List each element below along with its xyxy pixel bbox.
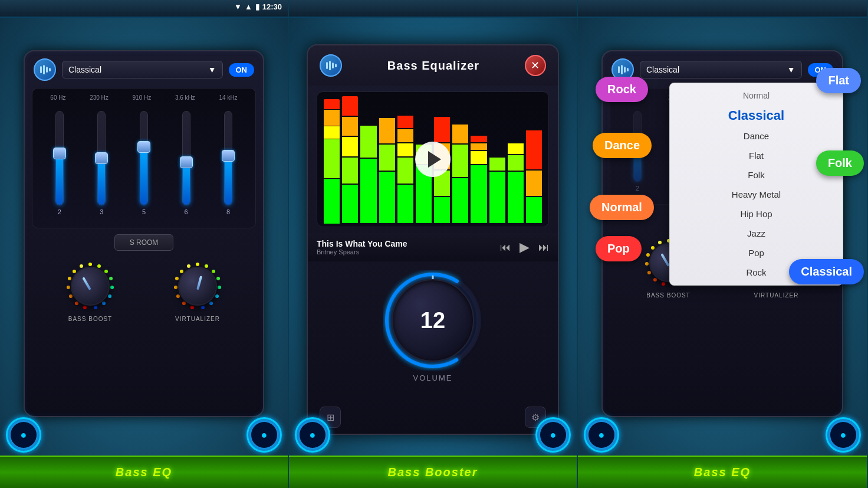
dropdown-item-hiphop[interactable]: Hip Hop — [670, 204, 843, 224]
bass-eq-bottom-controls: ⊞ ⚙ — [308, 407, 558, 428]
preset-dropdown-left[interactable]: Classical ▼ — [62, 61, 223, 78]
bubble-flat[interactable]: Flat — [816, 68, 861, 93]
play-icon — [428, 151, 441, 168]
svg-rect-44 — [627, 68, 629, 71]
volume-label: VOLUME — [413, 374, 453, 382]
svg-rect-43 — [624, 67, 626, 73]
svg-point-20 — [205, 264, 208, 268]
track-artist: Britney Spears — [317, 248, 500, 256]
slider-track-2[interactable] — [97, 111, 106, 205]
slider-value-3: 5 — [142, 208, 146, 215]
eq-header-left: Classical ▼ ON — [25, 51, 263, 88]
svg-point-54 — [653, 278, 657, 281]
svg-rect-42 — [621, 65, 623, 74]
status-bar-left: ▼ ▲ ▮ 12:30 — [0, 0, 289, 14]
svg-rect-1 — [43, 65, 45, 74]
dropdown-item-normal[interactable]: Normal — [670, 86, 843, 105]
preset-label-right: Classical — [646, 65, 679, 74]
svg-point-55 — [647, 271, 651, 274]
eq-toggle-left[interactable]: ON — [229, 63, 255, 77]
svg-rect-36 — [332, 63, 334, 68]
prev-button[interactable]: ⏮ — [500, 241, 511, 254]
bubble-folk[interactable]: Folk — [816, 150, 864, 176]
bottom-bar-right: Bass EQ — [578, 456, 867, 488]
visualizer — [317, 91, 549, 227]
svg-point-7 — [109, 277, 113, 280]
svg-point-29 — [176, 294, 180, 298]
svg-point-26 — [201, 306, 205, 309]
svg-point-31 — [175, 277, 179, 280]
svg-rect-3 — [49, 68, 51, 71]
eq-display-left: 60 Hz 230 Hz 910 Hz 3.6 kHz 14 kHz 2 — [32, 88, 256, 228]
bubble-pop[interactable]: Pop — [596, 236, 642, 261]
battery-icon-left: ▮ — [255, 2, 259, 11]
volume-knob[interactable]: 12 — [383, 270, 483, 371]
volume-section: 12 VOLUME — [308, 261, 558, 391]
slider-value-5: 8 — [226, 208, 230, 215]
slider-track-1[interactable] — [55, 111, 64, 205]
eq-icon-button-center[interactable] — [320, 54, 342, 77]
slider-group-2: 3 — [97, 111, 106, 215]
svg-point-27 — [190, 306, 194, 309]
bubble-rock[interactable]: Rock — [596, 77, 648, 102]
slider-value-2: 3 — [100, 208, 103, 215]
slider-value-4: 6 — [185, 208, 188, 215]
svg-point-8 — [110, 286, 114, 289]
dropdown-arrow-right: ▼ — [787, 65, 795, 74]
bottom-bar-center: Bass Booster — [289, 456, 577, 488]
slider-group-5: 8 — [224, 111, 232, 215]
play-pause-button[interactable]: ▶ — [520, 240, 530, 255]
bubble-normal[interactable]: Normal — [590, 195, 654, 220]
slider-track-3[interactable] — [140, 111, 148, 205]
preset-dropdown-menu[interactable]: Normal Classical Dance Flat Folk Heavy M… — [669, 83, 843, 286]
bottom-bar-left: Bass EQ — [0, 456, 288, 488]
dropdown-item-jazz[interactable]: Jazz — [670, 224, 843, 243]
svg-point-12 — [83, 306, 87, 309]
sroom-button-left[interactable]: S ROOM — [114, 234, 173, 251]
bass-boost-knob-left: BASS BOOST — [37, 260, 144, 322]
dropdown-item-heavymetal[interactable]: Heavy Metal — [670, 185, 843, 204]
svg-point-22 — [216, 277, 220, 280]
signal-icon-left: ▲ — [245, 2, 252, 11]
slider-group-3: 5 — [140, 111, 148, 215]
slider-group-4: 6 — [182, 111, 190, 215]
slider-track-5[interactable] — [224, 111, 232, 205]
track-controls: ⏮ ▶ ⏭ — [500, 240, 549, 255]
eq-device-left: Classical ▼ ON 60 Hz 230 Hz 910 Hz 3.6 k… — [24, 50, 264, 417]
play-button[interactable] — [415, 142, 451, 177]
preset-label-left: Classical — [68, 65, 101, 74]
bass-eq-header: Bass Equalizer ✕ — [308, 45, 558, 86]
panel-bass-equalizer: ▼ ▲ ▮ 12:30 Bass Equalizer ✕ — [289, 0, 578, 488]
svg-rect-0 — [40, 66, 42, 73]
track-details: This Is What You Came Britney Spears — [317, 239, 500, 256]
bubble-dance[interactable]: Dance — [593, 133, 652, 158]
dropdown-arrow-left: ▼ — [208, 65, 216, 74]
svg-point-19 — [196, 263, 199, 266]
svg-rect-41 — [618, 66, 620, 73]
svg-rect-37 — [335, 64, 337, 67]
svg-point-16 — [68, 277, 71, 280]
volume-number: 12 — [420, 308, 445, 333]
svg-point-28 — [182, 302, 186, 305]
wifi-icon-left: ▼ — [234, 2, 242, 11]
bottom-bar-title-left: Bass EQ — [116, 466, 172, 479]
preset-dropdown-right[interactable]: Classical ▼ — [640, 61, 802, 78]
slider-track-4[interactable] — [182, 111, 190, 205]
corner-deco-left-left: ● — [6, 417, 41, 453]
svg-point-9 — [108, 294, 111, 298]
track-title: This Is What You Came — [317, 239, 500, 248]
eq-icon-button-left[interactable] — [34, 58, 56, 81]
svg-point-14 — [69, 294, 73, 298]
svg-rect-35 — [329, 61, 331, 70]
dropdown-item-dance[interactable]: Dance — [670, 126, 843, 146]
close-button[interactable]: ✕ — [525, 55, 546, 76]
bubble-classical[interactable]: Classical — [789, 259, 864, 284]
freq-labels-left: 60 Hz 230 Hz 910 Hz 3.6 kHz 14 kHz — [38, 94, 249, 101]
dropdown-item-classical-selected[interactable]: Classical — [670, 105, 843, 126]
svg-point-10 — [102, 302, 106, 305]
svg-point-24 — [215, 294, 219, 298]
bass-eq-device: Bass Equalizer ✕ — [307, 44, 559, 435]
next-button[interactable]: ⏭ — [538, 241, 549, 254]
corner-deco-right-center: ● — [535, 417, 571, 453]
svg-point-56 — [645, 262, 649, 266]
